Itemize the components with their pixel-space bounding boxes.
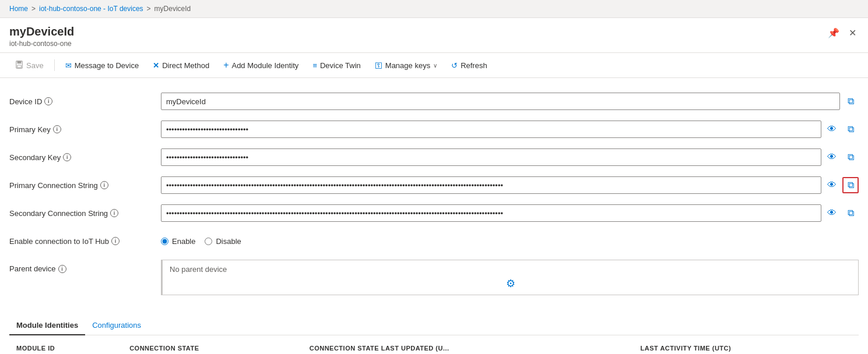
close-button[interactable]: ✕: [846, 25, 859, 41]
gear-icon: ⚙: [506, 277, 515, 290]
panel-title-area: myDeviceId iot-hub-contoso-one: [9, 25, 74, 48]
parent-device-info-icon: i: [58, 265, 66, 273]
secondary-key-eye-button[interactable]: 👁: [824, 149, 840, 165]
message-to-device-button[interactable]: ✉ Message to Device: [59, 58, 145, 73]
primary-conn-control: 👁 ⧉: [161, 176, 859, 194]
device-id-info-icon: i: [44, 97, 52, 105]
breadcrumb-home[interactable]: Home: [9, 5, 28, 13]
eye-icon: 👁: [827, 180, 837, 190]
manage-keys-label: Manage keys: [385, 61, 430, 70]
primary-key-input[interactable]: [161, 121, 821, 138]
message-to-device-label: Message to Device: [75, 61, 139, 70]
enable-conn-control: Enable Disable: [161, 237, 859, 246]
refresh-label: Refresh: [461, 61, 487, 70]
primary-key-info-icon: i: [53, 125, 61, 133]
col-module-id: MODULE ID: [9, 340, 122, 354]
list-icon: ≡: [312, 61, 317, 70]
disable-label: Disable: [216, 237, 241, 246]
table-header: MODULE ID CONNECTION STATE CONNECTION ST…: [9, 340, 859, 354]
secondary-conn-input[interactable]: [161, 204, 821, 222]
device-id-input[interactable]: [161, 93, 840, 110]
manage-keys-button[interactable]: ⚿ Manage keys ∨: [369, 58, 443, 73]
primary-key-label: Primary Key i: [9, 125, 161, 134]
secondary-conn-info-icon: i: [110, 209, 118, 217]
svg-rect-1: [17, 61, 22, 63]
parent-device-control: No parent device ⚙: [161, 260, 859, 295]
copy-icon: ⧉: [848, 152, 854, 162]
secondary-key-info-icon: i: [63, 153, 71, 161]
copy-icon: ⧉: [848, 96, 854, 107]
panel-subtitle: iot-hub-contoso-one: [9, 40, 74, 48]
toolbar-divider-1: [54, 59, 55, 71]
enable-radio[interactable]: [161, 238, 168, 245]
svg-rect-2: [17, 65, 22, 67]
radio-group: Enable Disable: [161, 237, 241, 246]
primary-conn-label: Primary Connection String i: [9, 181, 161, 190]
panel-header: myDeviceId iot-hub-contoso-one 📌 ✕: [0, 18, 868, 53]
primary-key-eye-button[interactable]: 👁: [824, 121, 840, 137]
parent-device-gear-button[interactable]: ⚙: [170, 277, 851, 290]
save-icon: [15, 61, 23, 70]
primary-conn-copy-button[interactable]: ⧉: [842, 177, 859, 193]
save-label: Save: [26, 61, 44, 70]
enable-conn-label: Enable connection to IoT Hub i: [9, 237, 161, 246]
primary-conn-input[interactable]: [161, 176, 821, 194]
pin-icon: 📌: [828, 27, 839, 38]
enable-conn-info-icon: i: [111, 237, 120, 245]
primary-conn-eye-button[interactable]: 👁: [824, 177, 840, 193]
copy-icon: ⧉: [848, 124, 854, 134]
secondary-conn-row: Secondary Connection String i 👁 ⧉: [9, 201, 859, 225]
add-module-identity-button[interactable]: + Add Module Identity: [217, 56, 304, 74]
enable-label: Enable: [172, 237, 195, 246]
close-icon: ✕: [849, 27, 856, 38]
toolbar: Save ✉ Message to Device ✕ Direct Method…: [0, 53, 868, 78]
save-button[interactable]: Save: [9, 57, 50, 74]
tab-bar: Module Identities Configurations: [9, 316, 859, 335]
device-id-label: Device ID i: [9, 97, 161, 106]
module-identities-table: MODULE ID CONNECTION STATE CONNECTION ST…: [9, 340, 859, 354]
panel-title: myDeviceId: [9, 25, 74, 38]
copy-icon: ⧉: [848, 208, 854, 218]
parent-device-box: No parent device ⚙: [161, 260, 859, 295]
device-id-row: Device ID i ⧉: [9, 90, 859, 113]
key-icon: ⚿: [375, 61, 382, 70]
tab-configurations[interactable]: Configurations: [85, 316, 148, 335]
secondary-conn-eye-button[interactable]: 👁: [824, 205, 840, 221]
secondary-conn-label: Secondary Connection String i: [9, 209, 161, 218]
parent-device-row: Parent device i No parent device ⚙: [9, 260, 859, 295]
secondary-key-label: Secondary Key i: [9, 153, 161, 162]
breadcrumb: Home > iot-hub-contoso-one - IoT devices…: [0, 0, 868, 18]
device-id-copy-button[interactable]: ⧉: [842, 93, 859, 109]
primary-key-copy-button[interactable]: ⧉: [842, 121, 859, 137]
table-section: MODULE ID CONNECTION STATE CONNECTION ST…: [0, 340, 868, 354]
secondary-conn-copy-button[interactable]: ⧉: [842, 205, 859, 221]
disable-radio[interactable]: [205, 238, 212, 245]
eye-icon: 👁: [827, 208, 837, 218]
primary-conn-row: Primary Connection String i 👁 ⧉: [9, 174, 859, 197]
primary-conn-info-icon: i: [100, 181, 108, 189]
plus-icon: +: [223, 60, 229, 70]
eye-icon: 👁: [827, 152, 837, 162]
refresh-button[interactable]: ↺ Refresh: [445, 58, 493, 73]
secondary-key-control: 👁 ⧉: [161, 148, 859, 166]
secondary-key-input[interactable]: [161, 148, 821, 166]
direct-method-button[interactable]: ✕ Direct Method: [147, 58, 215, 73]
enable-conn-row: Enable connection to IoT Hub i Enable Di…: [9, 229, 859, 253]
no-parent-label: No parent device: [170, 265, 851, 274]
secondary-conn-control: 👁 ⧉: [161, 204, 859, 222]
disable-radio-label[interactable]: Disable: [205, 237, 241, 246]
crosshair-icon: ✕: [153, 61, 159, 70]
secondary-key-copy-button[interactable]: ⧉: [842, 149, 859, 165]
breadcrumb-hub[interactable]: iot-hub-contoso-one - IoT devices: [39, 5, 143, 13]
primary-key-row: Primary Key i 👁 ⧉: [9, 118, 859, 141]
refresh-icon: ↺: [451, 61, 458, 70]
form-area: Device ID i ⧉ Primary Key i 👁 ⧉ Sec: [0, 78, 868, 311]
primary-key-control: 👁 ⧉: [161, 121, 859, 138]
tab-module-identities[interactable]: Module Identities: [9, 316, 85, 335]
device-twin-label: Device Twin: [320, 61, 361, 70]
device-twin-button[interactable]: ≡ Device Twin: [307, 58, 366, 73]
breadcrumb-sep-2: >: [147, 5, 151, 13]
enable-radio-label[interactable]: Enable: [161, 237, 195, 246]
pin-button[interactable]: 📌: [825, 25, 842, 41]
parent-device-label: Parent device i: [9, 260, 161, 273]
